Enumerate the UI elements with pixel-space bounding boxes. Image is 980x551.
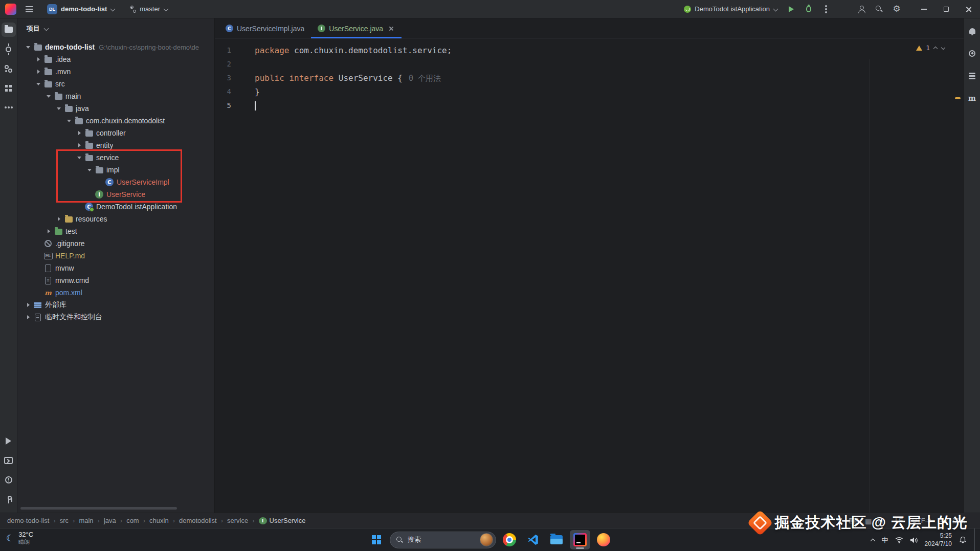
prev-problem-icon[interactable] bbox=[933, 46, 938, 50]
structure-tool-button[interactable] bbox=[2, 81, 16, 95]
tree-item[interactable]: demo-todo-list G:\chuxin-cs\spring-boot-… bbox=[17, 41, 214, 53]
tree-item[interactable]: controller bbox=[17, 127, 214, 139]
tree-chevron-icon[interactable] bbox=[24, 299, 33, 311]
taskbar-weather-widget[interactable]: ☾ 32°C 晴朗 bbox=[6, 531, 33, 546]
inspections-widget[interactable]: 1 bbox=[912, 42, 949, 54]
scrollbar-warning-mark[interactable] bbox=[955, 97, 961, 99]
tree-chevron-icon[interactable] bbox=[75, 127, 84, 139]
ime-keyboard-icon[interactable]: ⌨ bbox=[849, 517, 859, 525]
explorer-taskbar-button[interactable] bbox=[546, 530, 567, 549]
tree-chevron-icon[interactable] bbox=[54, 213, 63, 225]
tree-item[interactable]: 临时文件和控制台 bbox=[17, 311, 214, 323]
horizontal-scrollbar[interactable] bbox=[20, 507, 177, 510]
tree-item[interactable]: pom.xml bbox=[17, 286, 214, 299]
taskbar-clock[interactable]: 5:25 2024/7/10 bbox=[925, 532, 952, 548]
tree-item[interactable]: service bbox=[17, 151, 214, 164]
breadcrumb-item[interactable]: service bbox=[217, 517, 249, 524]
breadcrumb-item[interactable]: main bbox=[69, 517, 94, 524]
tree-chevron-icon[interactable] bbox=[34, 262, 43, 274]
more-tools-button[interactable] bbox=[2, 100, 16, 115]
tree-chevron-icon[interactable] bbox=[64, 115, 74, 127]
tray-overflow-button[interactable] bbox=[870, 538, 875, 543]
terminal-tool-button[interactable] bbox=[2, 453, 16, 468]
breadcrumb-item[interactable]: demotodolist bbox=[169, 517, 217, 524]
breadcrumb-item[interactable]: com bbox=[116, 517, 139, 524]
wifi-icon[interactable] bbox=[895, 536, 903, 544]
run-button[interactable] bbox=[784, 2, 799, 17]
more-run-actions-button[interactable] bbox=[818, 2, 834, 17]
ime-language-icon[interactable]: 中 bbox=[823, 516, 830, 525]
breadcrumb-item[interactable]: java bbox=[94, 517, 116, 524]
tree-chevron-icon[interactable] bbox=[34, 286, 43, 299]
tree-item[interactable]: test bbox=[17, 225, 214, 237]
tree-item[interactable]: 外部库 bbox=[17, 299, 214, 311]
show-desktop-button[interactable] bbox=[974, 528, 976, 551]
search-everywhere-button[interactable] bbox=[872, 2, 887, 17]
breadcrumb-item[interactable]: chuxin bbox=[139, 517, 169, 524]
problems-tool-button[interactable] bbox=[2, 473, 16, 487]
tab-close-icon[interactable] bbox=[388, 25, 395, 32]
code-editor[interactable]: 1 package com.chuxin.demotodolist.servic… bbox=[215, 39, 964, 513]
ime-window-icon[interactable]: ⊞ bbox=[878, 517, 884, 525]
tree-chevron-icon[interactable] bbox=[75, 139, 84, 151]
tree-item[interactable]: java bbox=[17, 102, 214, 115]
next-problem-icon[interactable] bbox=[941, 46, 945, 50]
taskbar-search-box[interactable]: 搜索 bbox=[390, 532, 496, 548]
tree-item[interactable]: com.chuxin.demotodolist bbox=[17, 115, 214, 127]
tree-chevron-icon[interactable] bbox=[44, 225, 53, 237]
tree-item[interactable]: main bbox=[17, 90, 214, 102]
line-separator-widget[interactable]: LF bbox=[895, 517, 903, 524]
project-tool-button[interactable] bbox=[2, 23, 16, 37]
tree-chevron-icon[interactable] bbox=[75, 201, 84, 213]
tab-userserviceimpl-java[interactable]: UserServiceImpl.java bbox=[219, 18, 311, 38]
tree-chevron-icon[interactable] bbox=[34, 250, 43, 262]
tree-item[interactable]: DemoTodoListApplication bbox=[17, 201, 214, 213]
tree-chevron-icon[interactable] bbox=[44, 90, 53, 102]
tree-item[interactable]: resources bbox=[17, 213, 214, 225]
tree-chevron-icon[interactable] bbox=[34, 53, 43, 65]
code-with-me-button[interactable] bbox=[854, 2, 870, 17]
main-menu-button[interactable] bbox=[23, 3, 36, 16]
tree-chevron-icon[interactable] bbox=[34, 237, 43, 250]
project-widget[interactable]: DL demo-todo-list bbox=[44, 2, 119, 16]
tree-chevron-icon[interactable] bbox=[54, 102, 63, 115]
volume-icon[interactable] bbox=[910, 536, 918, 544]
start-button[interactable] bbox=[366, 530, 387, 549]
tree-item[interactable]: mvnw.cmd bbox=[17, 274, 214, 286]
tree-chevron-icon[interactable] bbox=[85, 164, 94, 176]
tree-item[interactable]: .gitignore bbox=[17, 237, 214, 250]
maximize-button[interactable] bbox=[935, 0, 957, 18]
tree-item[interactable]: UserServiceImpl bbox=[17, 176, 214, 188]
notification-bell-icon[interactable] bbox=[959, 536, 967, 544]
ime-grid-icon[interactable]: ▦ bbox=[865, 517, 872, 525]
pull-requests-tool-button[interactable] bbox=[2, 61, 16, 76]
tab-userservice-java[interactable]: UserService.java bbox=[311, 18, 402, 38]
tree-item[interactable]: mvnw bbox=[17, 262, 214, 274]
run-tool-button[interactable] bbox=[2, 434, 16, 448]
version-control-tool-button[interactable] bbox=[2, 492, 16, 506]
minimize-button[interactable] bbox=[912, 0, 935, 18]
run-config-widget[interactable]: DemoTodoListApplication bbox=[681, 3, 782, 15]
tree-chevron-icon[interactable] bbox=[85, 188, 94, 201]
debug-button[interactable] bbox=[801, 2, 816, 17]
settings-button[interactable] bbox=[889, 2, 904, 17]
tree-chevron-icon[interactable] bbox=[34, 65, 43, 78]
tree-item[interactable]: .mvn bbox=[17, 65, 214, 78]
ime-pen-icon[interactable]: ✎ bbox=[836, 517, 842, 525]
usages-inlay-hint[interactable]: 0 个用法 bbox=[409, 74, 441, 83]
commit-tool-button[interactable] bbox=[2, 42, 16, 56]
maven-tool-button[interactable] bbox=[965, 91, 979, 105]
project-panel-header[interactable]: 项目 bbox=[17, 18, 214, 39]
breadcrumb-item[interactable]: src bbox=[49, 517, 69, 524]
tree-item[interactable]: HELP.md bbox=[17, 250, 214, 262]
firefox-taskbar-button[interactable] bbox=[593, 530, 614, 549]
intellij-taskbar-button[interactable] bbox=[570, 530, 590, 549]
indent-widget[interactable]: 4 个空格 bbox=[940, 516, 966, 525]
tree-chevron-icon[interactable] bbox=[75, 151, 84, 164]
breadcrumb-item[interactable]: UserService bbox=[248, 517, 305, 524]
notifications-tool-button[interactable] bbox=[965, 24, 979, 38]
tree-item[interactable]: src bbox=[17, 78, 214, 90]
tree-chevron-icon[interactable] bbox=[34, 274, 43, 286]
vscode-taskbar-button[interactable] bbox=[523, 530, 543, 549]
encoding-widget[interactable]: UTF-8 bbox=[912, 517, 931, 524]
